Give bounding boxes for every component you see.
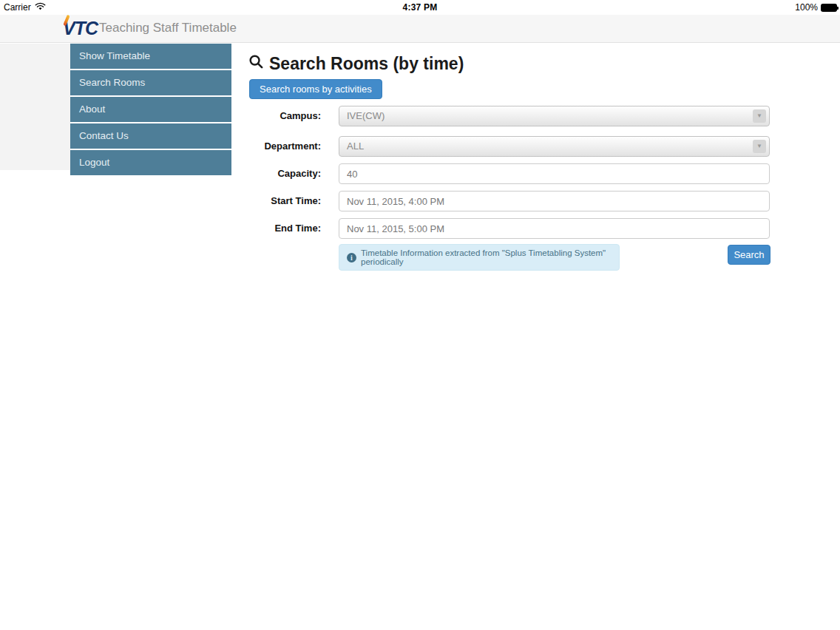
end-time-input[interactable] — [339, 218, 770, 239]
battery-area: 100% — [795, 2, 837, 13]
battery-icon — [821, 4, 837, 12]
search-icon — [248, 54, 264, 74]
department-select[interactable]: ALL ▼ — [339, 136, 770, 157]
campus-select[interactable]: IVE(CW) ▼ — [339, 106, 770, 126]
campus-label: Campus: — [247, 106, 321, 126]
sidebar-item-contact-us[interactable]: Contact Us — [70, 122, 231, 149]
capacity-input[interactable] — [339, 163, 770, 184]
campus-select-value: IVE(CW) — [347, 110, 385, 121]
department-select-value: ALL — [347, 140, 364, 152]
sidebar-item-about[interactable]: About — [70, 95, 231, 122]
department-label: Department: — [247, 136, 321, 157]
clock: 4:37 PM — [0, 2, 840, 13]
start-time-input[interactable] — [339, 191, 770, 211]
status-bar: Carrier 4:37 PM 100% — [0, 0, 840, 15]
sidebar-item-logout[interactable]: Logout — [70, 149, 231, 175]
chevron-down-icon: ▼ — [753, 140, 766, 153]
search-rooms-by-activities-button[interactable]: Search rooms by activities — [249, 79, 382, 99]
left-gutter — [0, 44, 70, 170]
search-button[interactable]: Search — [728, 245, 770, 265]
logo-letters-tc: TC — [75, 18, 98, 38]
screen: Carrier 4:37 PM 100% VTC Teaching Staff … — [0, 0, 840, 630]
vtc-logo: VTC — [63, 18, 98, 40]
start-time-label: Start Time: — [247, 191, 321, 211]
sidebar-item-search-rooms[interactable]: Search Rooms — [70, 69, 231, 95]
page-title: Search Rooms (by time) — [248, 54, 464, 74]
battery-percent: 100% — [795, 2, 818, 13]
app-title: Teaching Staff Timetable — [99, 21, 237, 35]
app-header: VTC Teaching Staff Timetable — [0, 15, 840, 43]
sidebar-item-show-timetable[interactable]: Show Timetable — [70, 44, 231, 69]
page-title-text: Search Rooms (by time) — [269, 54, 464, 74]
info-note-text: Timetable Information extracted from "Sp… — [361, 248, 612, 266]
capacity-label: Capacity: — [247, 163, 321, 184]
info-note: i Timetable Information extracted from "… — [339, 244, 620, 271]
end-time-label: End Time: — [247, 218, 321, 239]
sidebar-menu: Show Timetable Search Rooms About Contac… — [70, 44, 231, 175]
info-icon: i — [347, 253, 356, 262]
chevron-down-icon: ▼ — [753, 109, 766, 123]
